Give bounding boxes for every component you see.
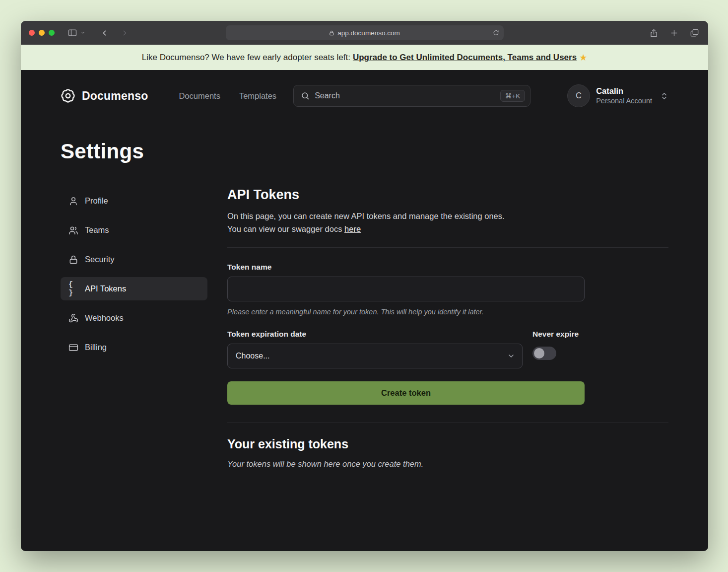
app-content: Documenso Documents Templates ⌘+K C Cata…	[21, 70, 708, 551]
search-shortcut-badge: ⌘+K	[500, 90, 525, 102]
page-title: Settings	[21, 122, 708, 163]
create-token-form: Token name Please enter a meaningful nam…	[227, 263, 585, 405]
address-bar[interactable]: app.documenso.com	[226, 25, 504, 40]
user-menu[interactable]: C Catalin Personal Account	[567, 84, 668, 107]
main-nav: Documents Templates	[179, 91, 276, 101]
global-search[interactable]: ⌘+K	[293, 85, 530, 107]
minimize-button[interactable]	[39, 30, 45, 36]
user-account-type: Personal Account	[596, 96, 652, 106]
users-icon	[68, 225, 78, 235]
token-name-helper: Please enter a meaningful name for your …	[227, 308, 585, 316]
sidebar-item-label: Billing	[85, 343, 107, 352]
reload-icon[interactable]	[493, 30, 499, 36]
swagger-docs-link[interactable]: here	[344, 224, 361, 233]
divider	[227, 247, 668, 248]
fullscreen-button[interactable]	[49, 30, 55, 36]
toggle-knob	[534, 348, 544, 358]
documenso-logo-icon	[61, 88, 75, 103]
create-token-button[interactable]: Create token	[227, 381, 585, 405]
sidebar-item-label: Teams	[85, 225, 109, 235]
lock-icon	[329, 30, 334, 36]
panel-title: API Tokens	[227, 187, 668, 203]
upgrade-link[interactable]: Upgrade to Get Unlimited Documents, Team…	[353, 53, 577, 63]
brand-name: Documenso	[82, 89, 148, 103]
user-icon	[68, 196, 78, 206]
forward-button-icon[interactable]	[121, 29, 129, 37]
sidebar-item-label: Profile	[85, 196, 108, 206]
sidebar-item-api-tokens[interactable]: { } API Tokens	[61, 277, 207, 300]
new-tab-icon[interactable]	[669, 28, 679, 38]
sidebar-toggle-icon[interactable]	[67, 28, 77, 38]
share-icon[interactable]	[649, 28, 659, 38]
token-name-input[interactable]	[227, 277, 585, 301]
sidebar-item-teams[interactable]: Teams	[61, 218, 207, 242]
api-tokens-panel: API Tokens On this page, you can create …	[227, 189, 668, 469]
promo-banner: Like Documenso? We have few early adopte…	[21, 45, 708, 70]
sidebar-item-billing[interactable]: Billing	[61, 336, 207, 359]
avatar[interactable]: C	[567, 84, 590, 107]
existing-tokens-title: Your existing tokens	[227, 437, 668, 451]
sidebar-item-webhooks[interactable]: Webhooks	[61, 306, 207, 330]
existing-tokens-empty-message: Your tokens will be shown here once you …	[227, 459, 668, 469]
panel-description-line2: You can view our swagger docs	[227, 224, 344, 233]
sidebar-item-profile[interactable]: Profile	[61, 189, 207, 213]
browser-titlebar: app.documenso.com	[21, 21, 708, 45]
lock-icon	[68, 255, 78, 265]
never-expire-toggle[interactable]	[532, 347, 556, 360]
app-header: Documenso Documents Templates ⌘+K C Cata…	[21, 70, 708, 122]
expiration-select-value: Choose...	[236, 352, 269, 360]
sidebar-item-label: API Tokens	[85, 284, 126, 293]
settings-sidebar: Profile Teams Security { } API Token	[61, 189, 207, 469]
sidebar-dropdown-chevron-icon[interactable]	[80, 30, 85, 35]
existing-tokens-section: Your existing tokens Your tokens will be…	[227, 437, 668, 469]
address-bar-url: app.documenso.com	[337, 29, 399, 37]
credit-card-icon	[68, 343, 78, 353]
chevron-down-icon	[507, 352, 515, 360]
panel-description-line1: On this page, you can create new API tok…	[227, 212, 505, 220]
close-button[interactable]	[29, 30, 35, 36]
braces-icon: { }	[68, 281, 78, 297]
expiration-label: Token expiration date	[227, 330, 523, 339]
search-input[interactable]	[315, 91, 495, 100]
browser-window: app.documenso.com Like Documenso? We hav…	[21, 21, 708, 551]
sidebar-item-security[interactable]: Security	[61, 248, 207, 271]
never-expire-label: Never expire	[532, 330, 579, 339]
expiration-select[interactable]: Choose...	[227, 344, 523, 368]
tab-overview-icon[interactable]	[690, 28, 699, 38]
brand-logo[interactable]: Documenso	[61, 88, 148, 103]
sidebar-item-label: Webhooks	[85, 313, 124, 323]
chevrons-up-down-icon	[660, 92, 668, 100]
webhook-icon	[68, 313, 78, 323]
divider	[227, 423, 668, 423]
window-controls	[29, 30, 55, 36]
nav-templates[interactable]: Templates	[239, 91, 276, 101]
search-icon	[301, 91, 310, 100]
back-button-icon[interactable]	[100, 29, 109, 37]
user-name: Catalin	[596, 86, 652, 96]
promo-text: Like Documenso? We have few early adopte…	[142, 53, 350, 63]
star-icon: ★	[579, 52, 587, 63]
panel-description: On this page, you can create new API tok…	[227, 210, 668, 235]
token-name-label: Token name	[227, 263, 585, 272]
sidebar-item-label: Security	[85, 255, 115, 264]
nav-documents[interactable]: Documents	[179, 91, 220, 101]
